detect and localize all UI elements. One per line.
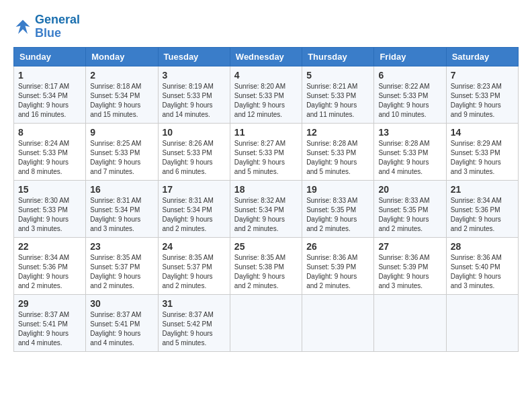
day-info: Sunrise: 8:27 AMSunset: 5:33 PMDaylight:… [234,139,298,177]
day-number: 3 [163,70,226,81]
day-number: 18 [234,184,298,195]
day-info: Sunrise: 8:36 AMSunset: 5:40 PMDaylight:… [451,253,514,291]
day-number: 21 [451,184,514,195]
calendar-cell: 17Sunrise: 8:31 AMSunset: 5:34 PMDayligh… [158,180,230,237]
calendar-cell: 26Sunrise: 8:36 AMSunset: 5:39 PMDayligh… [302,237,374,294]
day-number: 4 [234,70,298,81]
day-info: Sunrise: 8:17 AMSunset: 5:34 PMDaylight:… [18,82,81,120]
calendar-cell: 3Sunrise: 8:19 AMSunset: 5:33 PMDaylight… [158,66,230,123]
day-info: Sunrise: 8:37 AMSunset: 5:41 PMDaylight:… [90,310,153,348]
day-info: Sunrise: 8:22 AMSunset: 5:33 PMDaylight:… [378,82,441,120]
day-number: 12 [306,127,369,138]
day-number: 31 [163,298,226,309]
day-info: Sunrise: 8:21 AMSunset: 5:33 PMDaylight:… [306,82,369,120]
column-header-tuesday: Tuesday [158,47,230,66]
calendar-cell: 21Sunrise: 8:34 AMSunset: 5:36 PMDayligh… [446,180,518,237]
day-info: Sunrise: 8:33 AMSunset: 5:35 PMDaylight:… [306,196,369,234]
day-info: Sunrise: 8:31 AMSunset: 5:34 PMDaylight:… [163,196,226,234]
calendar-week-1: 1Sunrise: 8:17 AMSunset: 5:34 PMDaylight… [14,66,519,123]
day-number: 29 [18,298,81,309]
calendar-cell: 14Sunrise: 8:29 AMSunset: 5:33 PMDayligh… [446,123,518,180]
day-number: 15 [18,184,81,195]
day-info: Sunrise: 8:32 AMSunset: 5:34 PMDaylight:… [234,196,298,234]
calendar-cell: 4Sunrise: 8:20 AMSunset: 5:33 PMDaylight… [230,66,302,123]
day-info: Sunrise: 8:34 AMSunset: 5:36 PMDaylight:… [451,196,514,234]
day-info: Sunrise: 8:26 AMSunset: 5:33 PMDaylight:… [163,139,226,177]
day-number: 20 [378,184,441,195]
calendar-cell: 6Sunrise: 8:22 AMSunset: 5:33 PMDaylight… [374,66,446,123]
day-number: 30 [90,298,153,309]
day-number: 26 [306,241,369,252]
day-number: 8 [18,127,81,138]
day-info: Sunrise: 8:23 AMSunset: 5:33 PMDaylight:… [451,82,514,120]
calendar-cell: 24Sunrise: 8:35 AMSunset: 5:37 PMDayligh… [158,237,230,294]
day-number: 25 [234,241,298,252]
day-info: Sunrise: 8:19 AMSunset: 5:33 PMDaylight:… [163,82,226,120]
calendar-week-5: 29Sunrise: 8:37 AMSunset: 5:41 PMDayligh… [14,294,519,351]
logo-text: General Blue [35,13,80,40]
column-header-saturday: Saturday [446,47,518,66]
calendar-cell: 22Sunrise: 8:34 AMSunset: 5:36 PMDayligh… [14,237,86,294]
day-number: 24 [163,241,226,252]
day-number: 6 [378,70,441,81]
calendar-cell: 5Sunrise: 8:21 AMSunset: 5:33 PMDaylight… [302,66,374,123]
calendar-cell [302,294,374,351]
day-info: Sunrise: 8:37 AMSunset: 5:41 PMDaylight:… [18,310,81,348]
day-number: 7 [451,70,514,81]
calendar-cell [230,294,302,351]
day-info: Sunrise: 8:28 AMSunset: 5:33 PMDaylight:… [378,139,441,177]
day-info: Sunrise: 8:37 AMSunset: 5:42 PMDaylight:… [163,310,226,348]
calendar-cell: 31Sunrise: 8:37 AMSunset: 5:42 PMDayligh… [158,294,230,351]
calendar-cell: 9Sunrise: 8:25 AMSunset: 5:33 PMDaylight… [86,123,158,180]
day-info: Sunrise: 8:31 AMSunset: 5:34 PMDaylight:… [90,196,153,234]
svg-marker-0 [16,19,30,34]
calendar-cell: 28Sunrise: 8:36 AMSunset: 5:40 PMDayligh… [446,237,518,294]
day-info: Sunrise: 8:36 AMSunset: 5:39 PMDaylight:… [378,253,441,291]
calendar-cell: 18Sunrise: 8:32 AMSunset: 5:34 PMDayligh… [230,180,302,237]
day-number: 19 [306,184,369,195]
day-info: Sunrise: 8:30 AMSunset: 5:33 PMDaylight:… [18,196,81,234]
calendar-cell: 16Sunrise: 8:31 AMSunset: 5:34 PMDayligh… [86,180,158,237]
day-number: 11 [234,127,298,138]
day-info: Sunrise: 8:20 AMSunset: 5:33 PMDaylight:… [234,82,298,120]
calendar-cell: 10Sunrise: 8:26 AMSunset: 5:33 PMDayligh… [158,123,230,180]
calendar-cell [446,294,518,351]
calendar-cell: 30Sunrise: 8:37 AMSunset: 5:41 PMDayligh… [86,294,158,351]
calendar-cell: 13Sunrise: 8:28 AMSunset: 5:33 PMDayligh… [374,123,446,180]
calendar-week-4: 22Sunrise: 8:34 AMSunset: 5:36 PMDayligh… [14,237,519,294]
calendar-cell: 1Sunrise: 8:17 AMSunset: 5:34 PMDaylight… [14,66,86,123]
day-number: 13 [378,127,441,138]
day-info: Sunrise: 8:33 AMSunset: 5:35 PMDaylight:… [378,196,441,234]
calendar-cell: 27Sunrise: 8:36 AMSunset: 5:39 PMDayligh… [374,237,446,294]
page-header: General Blue [13,13,519,40]
calendar-cell: 12Sunrise: 8:28 AMSunset: 5:33 PMDayligh… [302,123,374,180]
column-header-friday: Friday [374,47,446,66]
calendar-week-3: 15Sunrise: 8:30 AMSunset: 5:33 PMDayligh… [14,180,519,237]
day-number: 14 [451,127,514,138]
calendar-cell: 8Sunrise: 8:24 AMSunset: 5:33 PMDaylight… [14,123,86,180]
day-info: Sunrise: 8:24 AMSunset: 5:33 PMDaylight:… [18,139,81,177]
calendar-week-2: 8Sunrise: 8:24 AMSunset: 5:33 PMDaylight… [14,123,519,180]
day-number: 2 [90,70,153,81]
day-info: Sunrise: 8:34 AMSunset: 5:36 PMDaylight:… [18,253,81,291]
calendar-cell: 15Sunrise: 8:30 AMSunset: 5:33 PMDayligh… [14,180,86,237]
day-info: Sunrise: 8:28 AMSunset: 5:33 PMDaylight:… [306,139,369,177]
calendar-cell: 2Sunrise: 8:18 AMSunset: 5:34 PMDaylight… [86,66,158,123]
day-number: 22 [18,241,81,252]
logo-icon [13,17,32,36]
column-header-wednesday: Wednesday [230,47,302,66]
calendar-cell: 20Sunrise: 8:33 AMSunset: 5:35 PMDayligh… [374,180,446,237]
calendar-cell: 29Sunrise: 8:37 AMSunset: 5:41 PMDayligh… [14,294,86,351]
day-info: Sunrise: 8:25 AMSunset: 5:33 PMDaylight:… [90,139,153,177]
day-number: 9 [90,127,153,138]
day-number: 23 [90,241,153,252]
logo: General Blue [13,13,80,40]
calendar-cell [374,294,446,351]
calendar-cell: 23Sunrise: 8:35 AMSunset: 5:37 PMDayligh… [86,237,158,294]
calendar-cell: 19Sunrise: 8:33 AMSunset: 5:35 PMDayligh… [302,180,374,237]
day-info: Sunrise: 8:36 AMSunset: 5:39 PMDaylight:… [306,253,369,291]
day-info: Sunrise: 8:35 AMSunset: 5:38 PMDaylight:… [234,253,298,291]
column-header-sunday: Sunday [14,47,86,66]
day-number: 16 [90,184,153,195]
day-number: 1 [18,70,81,81]
